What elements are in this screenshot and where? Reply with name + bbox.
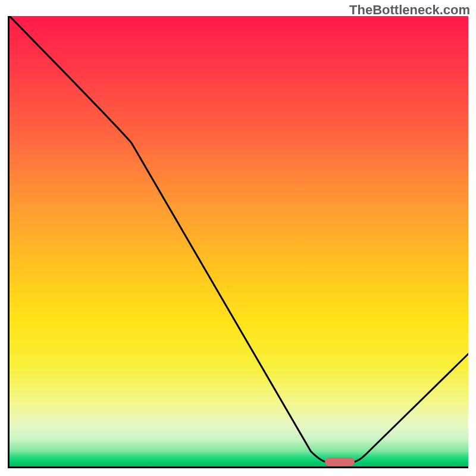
chart-container: TheBottleneck.com — [0, 0, 476, 476]
plot-area — [8, 16, 468, 468]
watermark-text: TheBottleneck.com — [349, 2, 470, 18]
optimal-marker — [325, 458, 355, 466]
bottleneck-curve — [10, 16, 468, 466]
